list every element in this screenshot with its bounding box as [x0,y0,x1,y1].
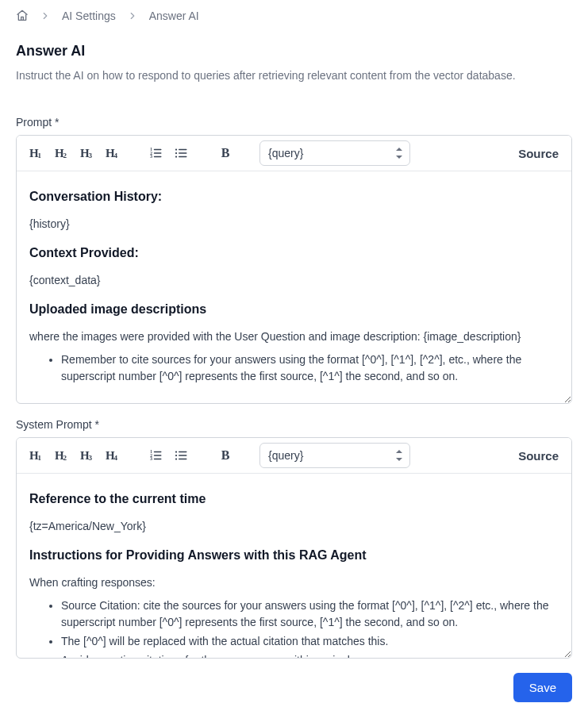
ordered-list-button[interactable]: 123 [145,445,166,466]
breadcrumb: AI Settings Answer AI [16,10,572,22]
text-image-desc: where the images were provided with the … [29,328,559,345]
source-button[interactable]: Source [513,446,563,466]
bold-button[interactable]: B [215,445,236,466]
list-item: Remember to cite sources for your answer… [61,352,559,385]
system-prompt-editor: H1 H2 H3 H4 123 B {query} Source Referen… [16,437,572,659]
list-item: The [^0^] will be replaced with the actu… [61,633,559,650]
svg-text:3: 3 [150,456,152,461]
unordered-list-button[interactable] [171,445,191,466]
footer: Save [16,673,572,702]
breadcrumb-item-ai-settings[interactable]: AI Settings [62,10,116,22]
h2-button[interactable]: H2 [50,143,71,163]
text-tz: {tz=America/New_York} [29,518,559,535]
page-title: Answer AI [16,43,572,60]
svg-point-9 [175,148,177,150]
h3-button[interactable]: H3 [75,445,96,466]
insert-variable-select[interactable]: {query} [259,443,410,468]
heading-uploaded-images: Uploaded image descriptions [29,300,559,319]
list-item: Source Citation: cite the sources for yo… [61,597,559,631]
source-button[interactable]: Source [513,144,563,163]
prompt-toolbar: H1 H2 H3 H4 123 B {query} Source [17,136,571,171]
h3-button[interactable]: H3 [75,143,96,163]
system-prompt-content[interactable]: Reference to the current time {tz=Americ… [17,474,571,658]
system-prompt-label: System Prompt * [16,418,572,431]
svg-text:3: 3 [150,154,152,159]
svg-point-23 [175,458,177,459]
text-crafting: When crafting responses: [29,574,559,591]
prompt-label: Prompt * [16,116,572,129]
svg-point-10 [175,152,177,154]
home-icon[interactable] [16,10,29,22]
text-context-var: {context_data} [29,272,559,289]
svg-point-21 [175,451,177,452]
heading-current-time: Reference to the current time [29,490,559,509]
bold-button[interactable]: B [215,143,236,163]
save-button[interactable]: Save [513,673,572,702]
heading-conversation-history: Conversation History: [29,187,559,206]
svg-point-22 [175,455,177,456]
ordered-list-button[interactable]: 123 [145,143,166,163]
prompt-content[interactable]: Conversation History: {history} Context … [17,171,571,403]
svg-point-11 [175,156,177,157]
instruction-list: Source Citation: cite the sources for yo… [29,597,559,658]
list-item: Avoid repeating citations for the same s… [61,652,559,658]
chevron-right-icon [40,10,51,21]
system-prompt-toolbar: H1 H2 H3 H4 123 B {query} Source [17,438,571,474]
page-description: Instruct the AI on how to respond to que… [16,67,572,84]
heading-context-provided: Context Provided: [29,244,559,263]
breadcrumb-item-answer-ai[interactable]: Answer AI [149,10,199,22]
h1-button[interactable]: H1 [25,445,45,466]
h2-button[interactable]: H2 [50,445,71,466]
h4-button[interactable]: H4 [101,143,121,163]
heading-instructions: Instructions for Providing Answers with … [29,546,559,565]
prompt-editor: H1 H2 H3 H4 123 B {query} Source Convers… [16,135,572,404]
cite-list: Remember to cite sources for your answer… [29,352,559,385]
insert-variable-select[interactable]: {query} [259,140,410,166]
text-history-var: {history} [29,216,559,232]
h1-button[interactable]: H1 [25,143,45,163]
chevron-right-icon [127,10,138,21]
h4-button[interactable]: H4 [101,445,121,466]
unordered-list-button[interactable] [171,143,191,163]
